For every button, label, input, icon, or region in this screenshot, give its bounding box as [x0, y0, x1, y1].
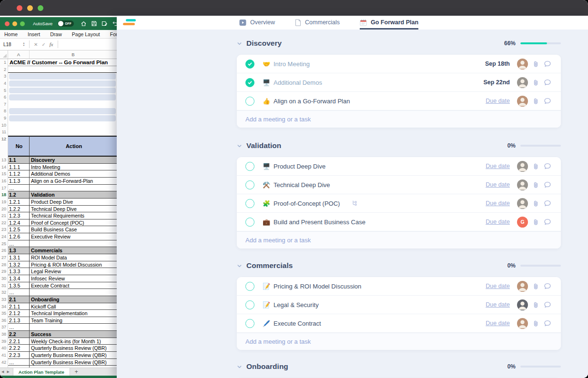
enter-icon[interactable]: ✓ [41, 42, 45, 47]
due-date-link[interactable]: Due date [486, 301, 510, 308]
menu-item-formulas[interactable]: Formulas [110, 31, 117, 37]
traffic-light-zoom-icon[interactable] [38, 5, 43, 11]
next-sheet-icon[interactable]: ▶ [7, 370, 9, 374]
sheet-cell-action[interactable] [30, 324, 117, 331]
sheet-cell-action[interactable]: Execute Contract [30, 282, 117, 289]
sheet-cell-no[interactable]: … [8, 240, 30, 248]
sheet-cell-no[interactable]: 1.3.3 [8, 268, 30, 275]
task-name[interactable]: Pricing & ROI Model Discussion [274, 283, 361, 290]
function-icon[interactable]: fx [50, 41, 53, 47]
task-checkbox[interactable] [245, 319, 254, 328]
sheet-cell-no[interactable]: 1.1.3 [8, 178, 30, 185]
sheet-cell-no[interactable]: 1.3.2 [8, 261, 30, 269]
sheet-cell-no[interactable]: 1.2.5 [8, 226, 30, 233]
chevron-down-icon[interactable] [237, 143, 242, 149]
comment-icon[interactable] [544, 79, 551, 86]
sheet-cell-no[interactable]: 1.2.3 [8, 212, 30, 219]
row-number[interactable]: 22 [0, 219, 8, 227]
sheet-cell-no[interactable]: 2.1.1 [8, 303, 30, 310]
row-number[interactable]: 1 [0, 59, 8, 66]
row-number[interactable]: 16 [0, 178, 8, 185]
menu-item-draw[interactable]: Draw [50, 31, 62, 37]
row-number[interactable]: 9 [0, 115, 8, 122]
undo-icon[interactable] [112, 20, 117, 27]
sheet-cell-no[interactable]: 1.1.1 [8, 164, 30, 171]
prev-sheet-icon[interactable]: ◀ [1, 370, 4, 374]
sheet-cell[interactable] [8, 66, 117, 73]
app-logo[interactable] [123, 19, 136, 25]
comment-icon[interactable] [544, 181, 551, 189]
sheet-cell-no[interactable]: 1.1.2 [8, 170, 30, 178]
task-name[interactable]: Proof-of-Concept (POC) [274, 200, 340, 207]
chevron-down-icon[interactable] [237, 41, 242, 46]
avatar-initial[interactable]: G [517, 217, 528, 228]
row-number[interactable]: 26 [0, 247, 8, 254]
sheet-cell[interactable] [8, 122, 117, 129]
comment-icon[interactable] [544, 199, 551, 207]
sheet-cell-no[interactable]: 1.3.4 [8, 275, 30, 282]
menu-item-insert[interactable]: Insert [28, 31, 40, 37]
row-number[interactable]: 15 [0, 170, 8, 178]
avatar[interactable] [517, 179, 528, 190]
row-number[interactable]: 5 [0, 87, 8, 94]
sheet-cell-no[interactable]: 1.3.1 [8, 254, 30, 261]
paperclip-icon[interactable] [532, 200, 539, 207]
sheet-cell-no[interactable]: 2.1.2 [8, 310, 30, 317]
task-name[interactable]: Legal & Security [274, 301, 319, 308]
task-name[interactable]: Product Deep Dive [274, 163, 325, 170]
task-date[interactable]: Sep 22nd [483, 79, 510, 86]
row-number[interactable]: 4 [0, 80, 8, 87]
sheet-cell-action[interactable]: Validation [30, 191, 117, 199]
task-name[interactable]: Align on a Go-Forward Plan [274, 98, 350, 105]
sheet-cell-no[interactable]: 1.2.2 [8, 206, 30, 213]
avatar[interactable] [517, 59, 528, 70]
row-number[interactable]: 3 [0, 73, 8, 80]
paperclip-icon[interactable] [532, 219, 539, 226]
row-number[interactable]: 14 [0, 164, 8, 171]
sheet-cell[interactable] [8, 129, 117, 136]
avatar[interactable] [517, 318, 528, 329]
task-checkbox[interactable] [245, 199, 254, 208]
task-checkbox[interactable] [245, 282, 254, 291]
sheet-cell-no[interactable]: 1.2.4 [8, 219, 30, 227]
sheet-cell-no[interactable]: 2.1 [8, 296, 30, 303]
name-box-stepper[interactable]: ▲▼ [21, 42, 27, 47]
column-header-a[interactable]: A [8, 50, 30, 59]
row-number[interactable]: 32 [0, 289, 8, 296]
sheet-cell-action[interactable]: Onboarding [30, 296, 117, 303]
row-number[interactable]: 34 [0, 303, 8, 310]
task-checkbox[interactable] [245, 162, 254, 171]
sheet-cell-no[interactable]: … [8, 324, 30, 331]
sheet-cell-action[interactable]: Discovery [30, 157, 117, 164]
row-number[interactable]: 39 [0, 338, 8, 345]
sheet-cell-no[interactable]: … [8, 359, 30, 366]
paperclip-icon[interactable] [532, 79, 539, 86]
sheet-cell[interactable] [8, 94, 117, 101]
tab-commercials[interactable]: Commercials [295, 16, 340, 30]
add-task-row[interactable]: Add a meeting or a task [237, 333, 561, 350]
row-number[interactable]: 21 [0, 212, 8, 219]
avatar[interactable] [517, 299, 528, 310]
row-number[interactable]: 36 [0, 317, 8, 324]
tab-go-forward-plan[interactable]: Go Forward Plan [360, 16, 418, 30]
task-name[interactable]: Additional Demos [274, 79, 322, 86]
comment-icon[interactable] [544, 162, 551, 170]
sheet-cell-action[interactable]: Executive Review [30, 233, 117, 240]
paperclip-icon[interactable] [532, 60, 539, 68]
row-number[interactable]: 40 [0, 345, 8, 352]
due-date-link[interactable]: Due date [486, 181, 510, 188]
row-number[interactable]: 41 [0, 352, 8, 359]
sheet-cell-action[interactable]: Kickoff Call [30, 303, 117, 310]
sheet-cell-action[interactable] [30, 240, 117, 248]
row-number[interactable]: 37 [0, 324, 8, 331]
row-number[interactable]: 33 [0, 296, 8, 303]
sheet-cell-no[interactable]: 2.1.3 [8, 317, 30, 324]
sheet-cell-no[interactable]: 1.2.6 [8, 233, 30, 240]
task-checkbox[interactable] [245, 97, 254, 106]
select-all-corner[interactable] [0, 50, 8, 59]
paperclip-icon[interactable] [532, 301, 539, 308]
avatar[interactable] [517, 77, 528, 88]
sheet-cell-no[interactable]: 1.2 [8, 191, 30, 199]
cancel-icon[interactable]: ✕ [34, 42, 38, 47]
comment-icon[interactable] [544, 60, 551, 68]
